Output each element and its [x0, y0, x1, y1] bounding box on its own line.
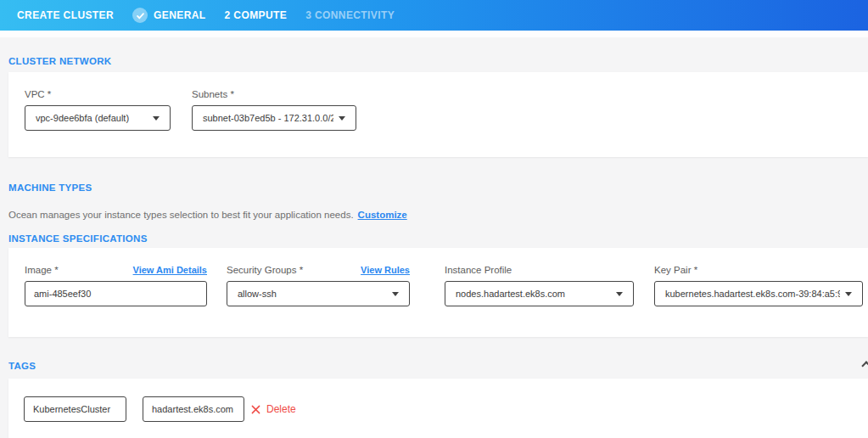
- instance-profile-select[interactable]: nodes.hadartest.ek8s.com: [445, 281, 634, 306]
- header-divider: [0, 31, 868, 37]
- vpc-label: VPC *: [25, 89, 171, 100]
- tag-key-input[interactable]: [24, 396, 126, 422]
- cluster-network-card: VPC * vpc-9dee6bfa (default) Subnets * s…: [8, 72, 868, 157]
- image-label: Image *: [25, 265, 59, 276]
- tab-general-label: GENERAL: [154, 9, 205, 21]
- key-pair-select[interactable]: kubernetes.hadartest.ek8s.com-39:84:a5:9…: [654, 281, 863, 306]
- security-groups-select[interactable]: allow-ssh: [227, 281, 410, 306]
- section-title-tags: TAGS: [8, 361, 36, 371]
- chevron-down-icon: [845, 292, 852, 296]
- key-pair-label: Key Pair *: [654, 265, 863, 276]
- tab-compute-label: 2 COMPUTE: [225, 9, 288, 21]
- tab-general[interactable]: GENERAL: [132, 8, 205, 23]
- chevron-down-icon: [392, 292, 399, 296]
- instance-profile-field: Instance Profile nodes.hadartest.ek8s.co…: [445, 265, 634, 306]
- vpc-field: VPC * vpc-9dee6bfa (default): [25, 89, 171, 131]
- tag-row: Delete: [8, 379, 868, 422]
- chevron-down-icon: [339, 116, 345, 121]
- tags-card: Delete: [8, 379, 868, 438]
- image-input[interactable]: [25, 281, 207, 306]
- view-ami-details-link[interactable]: View Ami Details: [133, 265, 207, 275]
- tab-compute[interactable]: 2 COMPUTE: [225, 9, 288, 21]
- section-title-cluster-network: CLUSTER NETWORK: [8, 56, 111, 66]
- vpc-selected-value: vpc-9dee6bfa (default): [36, 113, 129, 123]
- wizard-header: CREATE CLUSTER GENERAL 2 COMPUTE 3 CONNE…: [0, 0, 868, 31]
- tab-connectivity[interactable]: 3 CONNECTIVITY: [305, 9, 395, 21]
- machine-types-description-text: Ocean manages your instance types select…: [8, 210, 354, 220]
- instance-profile-label: Instance Profile: [445, 265, 634, 276]
- subnets-select[interactable]: subnet-03b7ed5b - 172.31.0.0/20 ...: [192, 105, 356, 131]
- image-field: Image * View Ami Details: [25, 265, 207, 306]
- key-pair-selected-value: kubernetes.hadartest.ek8s.com-39:84:a5:9…: [665, 289, 840, 299]
- subnets-label: Subnets *: [192, 89, 356, 100]
- key-pair-field: Key Pair * kubernetes.hadartest.ek8s.com…: [654, 265, 863, 306]
- instance-profile-selected-value: nodes.hadartest.ek8s.com: [456, 289, 565, 299]
- section-title-instance-specifications: INSTANCE SPECIFICATIONS: [8, 233, 148, 244]
- tag-value-input[interactable]: [143, 396, 244, 422]
- delete-tag-label: Delete: [266, 403, 296, 415]
- vpc-select[interactable]: vpc-9dee6bfa (default): [25, 105, 171, 131]
- security-groups-label: Security Groups *: [227, 265, 303, 276]
- security-groups-field: Security Groups * View Rules allow-ssh: [227, 265, 410, 306]
- page-title: CREATE CLUSTER: [17, 9, 114, 21]
- machine-types-description: Ocean manages your instance types select…: [8, 210, 407, 220]
- delete-tag-button[interactable]: Delete: [251, 403, 296, 415]
- chevron-down-icon: [616, 292, 623, 296]
- section-title-machine-types: MACHINE TYPES: [8, 182, 92, 193]
- check-icon: [132, 8, 148, 23]
- instance-specifications-card: Image * View Ami Details Security Groups…: [8, 248, 868, 337]
- subnets-field: Subnets * subnet-03b7ed5b - 172.31.0.0/2…: [192, 89, 356, 131]
- create-cluster-page: CREATE CLUSTER GENERAL 2 COMPUTE 3 CONNE…: [0, 0, 868, 438]
- tab-connectivity-label: 3 CONNECTIVITY: [305, 9, 395, 21]
- chevron-down-icon: [153, 116, 160, 121]
- customize-link[interactable]: Customize: [358, 210, 407, 220]
- security-groups-selected-value: allow-ssh: [238, 289, 277, 299]
- collapse-section-icon[interactable]: [861, 361, 868, 370]
- view-rules-link[interactable]: View Rules: [361, 265, 410, 275]
- x-icon: [251, 405, 260, 414]
- subnets-selected-value: subnet-03b7ed5b - 172.31.0.0/20 ...: [203, 113, 333, 123]
